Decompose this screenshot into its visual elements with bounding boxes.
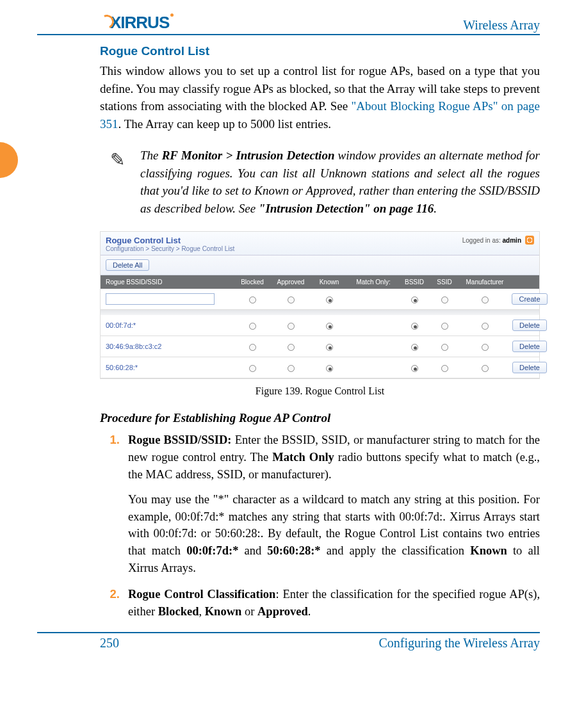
- radio-approved[interactable]: [288, 323, 295, 330]
- radio-match-ssid[interactable]: [441, 323, 448, 330]
- login-status: Logged in as: admin: [462, 236, 534, 245]
- radio-known[interactable]: [326, 365, 333, 372]
- radio-blocked[interactable]: [249, 296, 256, 303]
- row-bssid: 30:46:9a:8b:c3:c2: [106, 343, 234, 350]
- radio-match-ssid[interactable]: [441, 344, 448, 351]
- pencil-note-icon: ✎: [110, 147, 125, 217]
- radio-approved[interactable]: [288, 296, 295, 303]
- radio-match-mfr[interactable]: [482, 296, 489, 303]
- intro-text-b: . The Array can keep up to 5000 list ent…: [118, 117, 332, 131]
- row-bssid: 50:60:28:*: [106, 364, 234, 371]
- procedure-step-2: Rogue Control Classification: Enter the …: [123, 586, 540, 620]
- logo-text: XIRRUS: [110, 13, 169, 33]
- intro-paragraph: This window allows you to set up a contr…: [100, 62, 540, 133]
- delete-button[interactable]: Delete: [512, 362, 547, 373]
- header-doc-title: Wireless Array: [463, 18, 540, 33]
- table-row: 00:0f:7d:* Delete: [101, 315, 539, 336]
- radio-match-mfr[interactable]: [482, 344, 489, 351]
- procedure-heading: Procedure for Establishing Rogue AP Cont…: [100, 411, 540, 425]
- radio-known[interactable]: [326, 323, 333, 330]
- col-match-bssid: BSSID: [399, 279, 430, 286]
- table-row: 30:46:9a:8b:c3:c2 Delete: [101, 336, 539, 357]
- bssid-input[interactable]: [106, 293, 215, 305]
- col-bssid: Rogue BSSID/SSID: [106, 279, 234, 286]
- col-known: Known: [311, 279, 348, 286]
- radio-blocked[interactable]: [249, 365, 256, 372]
- radio-match-mfr[interactable]: [482, 365, 489, 372]
- table-row-new: Create: [101, 289, 539, 310]
- radio-approved[interactable]: [288, 365, 295, 372]
- procedure-step-1: Rogue BSSID/SSID: Enter the BSSID, SSID,…: [123, 432, 540, 577]
- col-match-ssid: SSID: [430, 279, 459, 286]
- step1-label: Rogue BSSID/SSID:: [128, 433, 231, 446]
- panel-title: Rogue Control List: [106, 236, 234, 245]
- radio-match-ssid[interactable]: [441, 296, 448, 303]
- rogue-control-screenshot: Rogue Control List Configuration > Secur…: [100, 231, 540, 379]
- delete-all-button[interactable]: Delete All: [106, 259, 149, 271]
- brand-logo: XIRRUS: [100, 13, 172, 33]
- logo-dot-icon: [170, 13, 174, 17]
- radio-match-bssid[interactable]: [411, 365, 418, 372]
- radio-match-bssid[interactable]: [411, 344, 418, 351]
- intrusion-detection-link[interactable]: "Intrusion Detection" on page 116: [259, 202, 434, 215]
- delete-button[interactable]: Delete: [512, 320, 547, 331]
- create-button[interactable]: Create: [512, 293, 547, 305]
- radio-known[interactable]: [326, 296, 333, 303]
- radio-match-bssid[interactable]: [411, 296, 418, 303]
- step2-label: Rogue Control Classification: [128, 588, 275, 601]
- settings-gear-icon[interactable]: [525, 236, 534, 245]
- figure-caption: Figure 139. Rogue Control List: [100, 385, 540, 397]
- section-title: Rogue Control List: [100, 44, 540, 58]
- radio-match-bssid[interactable]: [411, 323, 418, 330]
- note-path: RF Monitor > Intrusion Detection: [162, 149, 335, 162]
- radio-blocked[interactable]: [249, 344, 256, 351]
- table-row: 50:60:28:* Delete: [101, 357, 539, 378]
- delete-button[interactable]: Delete: [512, 341, 547, 352]
- breadcrumb: Configuration > Security > Rogue Control…: [106, 245, 234, 252]
- footer-section-name: Configuring the Wireless Array: [378, 636, 540, 651]
- radio-approved[interactable]: [288, 344, 295, 351]
- col-blocked: Blocked: [234, 279, 271, 286]
- note-callout: ✎ The RF Monitor > Intrusion Detection w…: [110, 147, 540, 217]
- page-header: XIRRUS Wireless Array: [37, 13, 540, 35]
- page-footer: 250 Configuring the Wireless Array: [37, 632, 540, 651]
- radio-match-mfr[interactable]: [482, 323, 489, 330]
- table-header: Rogue BSSID/SSID Blocked Approved Known …: [101, 275, 539, 289]
- login-user: admin: [503, 237, 521, 244]
- col-match-mfr: Manufacturer: [459, 279, 510, 286]
- col-approved: Approved: [271, 279, 311, 286]
- col-matchonly: Match Only:: [348, 279, 399, 286]
- row-bssid: 00:0f:7d:*: [106, 321, 234, 329]
- radio-match-ssid[interactable]: [441, 365, 448, 372]
- procedure-list: Rogue BSSID/SSID: Enter the BSSID, SSID,…: [100, 432, 540, 620]
- side-tab-decor: [0, 142, 18, 178]
- radio-known[interactable]: [326, 344, 333, 351]
- note-text: The RF Monitor > Intrusion Detection win…: [140, 147, 540, 217]
- radio-blocked[interactable]: [249, 323, 256, 330]
- page-number: 250: [37, 636, 119, 651]
